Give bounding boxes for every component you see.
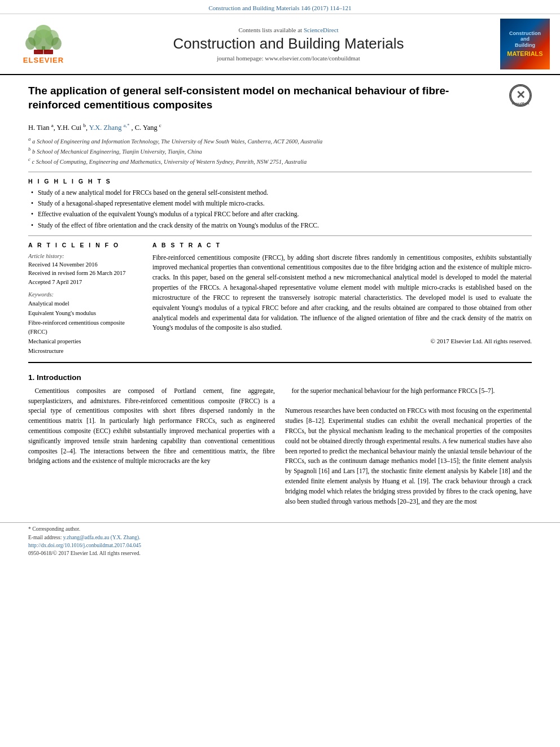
article-info-column: A R T I C L E I N F O Article history: R… <box>28 242 141 356</box>
affiliation-a: a a School of Engineering and Informatio… <box>28 136 532 146</box>
science-direct-link[interactable]: ScienceDirect <box>304 27 339 33</box>
highlight-item: Effective evaluation of the equivalent Y… <box>31 209 532 219</box>
footer-email: E-mail address: y.zhang@adfa.edu.au (Y.X… <box>28 534 532 541</box>
highlight-item: Study of a new analytical model for FRCC… <box>31 188 532 197</box>
journal-cover-area: ConstructionandBuilding MATERIALS <box>497 19 553 69</box>
info-abstract-section: A R T I C L E I N F O Article history: R… <box>28 242 532 356</box>
article-info-heading: A R T I C L E I N F O <box>28 242 141 248</box>
intro-col-left: Cementitious composites are composed of … <box>28 386 275 507</box>
keyword-item: Fibre-reinforced cementitious composite … <box>28 318 141 338</box>
elsevier-tree-icon <box>18 24 69 55</box>
elsevier-logo: ELSEVIER <box>18 24 69 64</box>
svg-point-6 <box>36 25 51 38</box>
intro-text-right: for the superior mechanical behaviour fo… <box>285 386 532 507</box>
journal-header-center: Contents lists available at ScienceDirec… <box>86 19 491 69</box>
affiliation-c: c c School of Computing, Engineering and… <box>28 156 532 166</box>
main-content: The application of general self-consiste… <box>0 75 560 516</box>
accepted-date: Accepted 7 April 2017 <box>28 278 141 287</box>
divider-thick <box>28 362 532 363</box>
intro-text-left: Cementitious composites are composed of … <box>28 386 275 467</box>
journal-header: ELSEVIER Contents lists available at Sci… <box>0 14 560 75</box>
contents-text: Contents lists available at <box>238 27 302 33</box>
article-dates: Received 14 November 2016 Received in re… <box>28 260 141 287</box>
highlights-list: Study of a new analytical model for FRCC… <box>28 188 532 229</box>
keywords-list: Analytical model Equivalent Young's modu… <box>28 299 141 356</box>
author-zhang: Y.X. Zhang a,* <box>89 124 130 132</box>
abstract-text: Fibre-reinforced cementitious composite … <box>152 253 532 334</box>
affiliations: a a School of Engineering and Informatio… <box>28 136 532 167</box>
keyword-item: Analytical model <box>28 299 141 309</box>
keyword-item: Equivalent Young's modulus <box>28 309 141 318</box>
copyright-line: © 2017 Elsevier Ltd. All rights reserved… <box>152 338 532 344</box>
journal-title: Construction and Building Materials <box>173 35 404 53</box>
introduction-heading: 1. Introduction <box>28 373 532 382</box>
crossmark-icon[interactable]: ✕ CrossMark <box>509 84 532 107</box>
divider-1 <box>28 172 532 172</box>
author-cui: Y.H. Cui b, <box>56 124 89 132</box>
introduction-body: Cementitious composites are composed of … <box>28 386 532 507</box>
authors-line: H. Tian a, Y.H. Cui b, Y.X. Zhang a,* , … <box>28 122 532 132</box>
intro-col-right: for the superior mechanical behaviour fo… <box>285 386 532 507</box>
introduction-section: 1. Introduction Cementitious composites … <box>28 373 532 507</box>
received-date: Received 14 November 2016 <box>28 260 141 269</box>
journal-homepage: journal homepage: www.elsevier.com/locat… <box>217 55 360 62</box>
keyword-item: Microstructure <box>28 347 141 356</box>
svg-text:✕: ✕ <box>516 89 526 101</box>
history-label: Article history: <box>28 253 141 259</box>
page-footer: * Corresponding author. E-mail address: … <box>0 522 560 557</box>
article-title-section: The application of general self-consiste… <box>28 84 532 116</box>
highlight-item: Study of a hexagonal-shaped representati… <box>31 199 532 208</box>
contents-available-line: Contents lists available at ScienceDirec… <box>238 27 338 33</box>
footer-corresponding: * Corresponding author. <box>28 525 532 533</box>
elsevier-logo-area: ELSEVIER <box>7 19 80 69</box>
footer-doi: http://dx.doi.org/10.1016/j.conbuildmat.… <box>28 541 532 549</box>
svg-text:CrossMark: CrossMark <box>511 102 530 105</box>
affiliation-b: b b School of Mechanical Engineering, Ti… <box>28 146 532 156</box>
svg-point-4 <box>25 37 36 50</box>
keyword-item: Mechanical properties <box>28 337 141 347</box>
author-yang: , C. Yang c <box>132 124 161 132</box>
journal-ref-text: Construction and Building Materials 146 … <box>208 5 351 11</box>
journal-reference: Construction and Building Materials 146 … <box>0 0 560 14</box>
author-tian: H. Tian a, <box>28 124 56 132</box>
svg-point-5 <box>51 37 62 50</box>
abstract-heading: A B S T R A C T <box>152 242 532 248</box>
journal-cover-image: ConstructionandBuilding MATERIALS <box>500 19 550 69</box>
page: Construction and Building Materials 146 … <box>0 0 560 747</box>
abstract-column: A B S T R A C T Fibre-reinforced cementi… <box>152 242 532 356</box>
highlights-heading: H I G H L I G H T S <box>28 178 532 185</box>
email-link[interactable]: y.zhang@adfa.edu.au (Y.X. Zhang). <box>63 535 141 540</box>
article-title: The application of general self-consiste… <box>28 84 509 112</box>
keywords-label: Keywords: <box>28 291 141 298</box>
highlight-item: Study of the effect of fibre orientation… <box>31 221 532 230</box>
doi-link[interactable]: http://dx.doi.org/10.1016/j.conbuildmat.… <box>28 543 141 548</box>
elsevier-wordmark: ELSEVIER <box>23 56 64 64</box>
divider-2 <box>28 235 532 236</box>
highlights-section: H I G H L I G H T S Study of a new analy… <box>28 178 532 229</box>
revised-date: Received in revised form 26 March 2017 <box>28 269 141 278</box>
footer-issn: 0950-0618/© 2017 Elsevier Ltd. All right… <box>28 549 532 557</box>
